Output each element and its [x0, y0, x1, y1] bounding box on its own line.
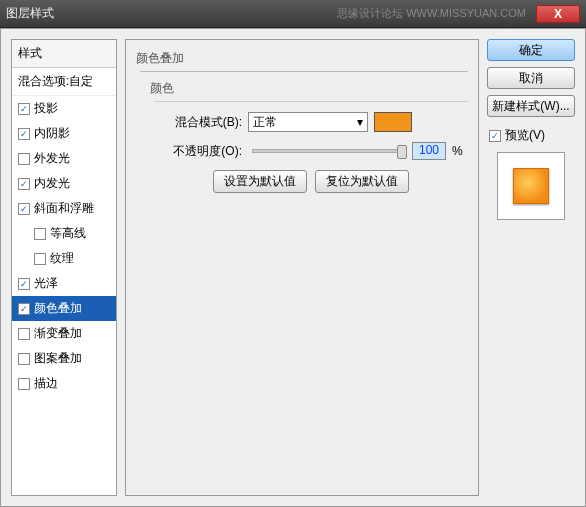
style-checkbox[interactable] [18, 378, 30, 390]
watermark-text: 思缘设计论坛 WWW.MISSYUAN.COM [337, 6, 526, 21]
action-panel: 确定 取消 新建样式(W)... 预览(V) [487, 39, 575, 496]
preview-checkbox[interactable] [489, 130, 501, 142]
style-list: 投影内阴影外发光内发光斜面和浮雕等高线纹理光泽颜色叠加渐变叠加图案叠加描边 [12, 96, 116, 495]
color-group: 混合模式(B): 正常 ▾ 不透明度(O): 100 % 设置为默认值 复位为默… [154, 101, 468, 193]
style-item-6[interactable]: 纹理 [12, 246, 116, 271]
style-label: 内阴影 [34, 125, 70, 142]
style-label: 描边 [34, 375, 58, 392]
group-title: 颜色叠加 [136, 50, 468, 67]
new-style-button[interactable]: 新建样式(W)... [487, 95, 575, 117]
style-checkbox[interactable] [34, 253, 46, 265]
styles-header[interactable]: 样式 [12, 40, 116, 68]
chevron-down-icon: ▾ [357, 115, 363, 129]
style-item-4[interactable]: 斜面和浮雕 [12, 196, 116, 221]
style-label: 内发光 [34, 175, 70, 192]
style-item-9[interactable]: 渐变叠加 [12, 321, 116, 346]
dialog-body: 样式 混合选项:自定 投影内阴影外发光内发光斜面和浮雕等高线纹理光泽颜色叠加渐变… [0, 28, 586, 507]
close-button[interactable]: X [536, 5, 580, 23]
opacity-row: 不透明度(O): 100 % [154, 142, 468, 160]
blend-mode-value: 正常 [253, 114, 277, 131]
style-checkbox[interactable] [18, 328, 30, 340]
blend-mode-row: 混合模式(B): 正常 ▾ [154, 112, 468, 132]
style-item-0[interactable]: 投影 [12, 96, 116, 121]
color-overlay-group: 颜色 混合模式(B): 正常 ▾ 不透明度(O): 100 % 设置为默认值 复… [140, 71, 468, 193]
opacity-unit: % [452, 144, 463, 158]
close-icon: X [554, 7, 562, 21]
set-default-button[interactable]: 设置为默认值 [213, 170, 307, 193]
style-item-2[interactable]: 外发光 [12, 146, 116, 171]
style-label: 纹理 [50, 250, 74, 267]
color-swatch[interactable] [374, 112, 412, 132]
opacity-input[interactable]: 100 [412, 142, 446, 160]
style-item-1[interactable]: 内阴影 [12, 121, 116, 146]
preview-toggle-row: 预览(V) [487, 127, 575, 144]
style-checkbox[interactable] [18, 353, 30, 365]
style-checkbox[interactable] [18, 178, 30, 190]
sub-group-title: 颜色 [150, 80, 468, 97]
preview-label: 预览(V) [505, 127, 545, 144]
opacity-slider[interactable] [252, 149, 402, 153]
style-label: 等高线 [50, 225, 86, 242]
opacity-label: 不透明度(O): [164, 143, 242, 160]
style-label: 斜面和浮雕 [34, 200, 94, 217]
default-buttons-row: 设置为默认值 复位为默认值 [154, 170, 468, 193]
style-label: 图案叠加 [34, 350, 82, 367]
style-checkbox[interactable] [18, 153, 30, 165]
style-checkbox[interactable] [18, 303, 30, 315]
style-label: 渐变叠加 [34, 325, 82, 342]
styles-panel: 样式 混合选项:自定 投影内阴影外发光内发光斜面和浮雕等高线纹理光泽颜色叠加渐变… [11, 39, 117, 496]
style-item-7[interactable]: 光泽 [12, 271, 116, 296]
style-label: 投影 [34, 100, 58, 117]
style-checkbox[interactable] [18, 103, 30, 115]
preview-box [497, 152, 565, 220]
style-checkbox[interactable] [18, 203, 30, 215]
blend-mode-label: 混合模式(B): [164, 114, 242, 131]
ok-button[interactable]: 确定 [487, 39, 575, 61]
style-item-5[interactable]: 等高线 [12, 221, 116, 246]
style-label: 颜色叠加 [34, 300, 82, 317]
cancel-button[interactable]: 取消 [487, 67, 575, 89]
blend-options-item[interactable]: 混合选项:自定 [12, 68, 116, 96]
style-label: 光泽 [34, 275, 58, 292]
style-checkbox[interactable] [18, 128, 30, 140]
style-item-3[interactable]: 内发光 [12, 171, 116, 196]
style-label: 外发光 [34, 150, 70, 167]
title-bar: 图层样式 思缘设计论坛 WWW.MISSYUAN.COM X [0, 0, 586, 28]
slider-thumb[interactable] [397, 145, 407, 159]
style-item-8[interactable]: 颜色叠加 [12, 296, 116, 321]
style-checkbox[interactable] [18, 278, 30, 290]
preview-swatch [513, 168, 549, 204]
settings-panel: 颜色叠加 颜色 混合模式(B): 正常 ▾ 不透明度(O): 100 % 设置为… [125, 39, 479, 496]
style-checkbox[interactable] [34, 228, 46, 240]
style-item-11[interactable]: 描边 [12, 371, 116, 396]
style-item-10[interactable]: 图案叠加 [12, 346, 116, 371]
blend-mode-select[interactable]: 正常 ▾ [248, 112, 368, 132]
window-title: 图层样式 [6, 5, 337, 22]
reset-default-button[interactable]: 复位为默认值 [315, 170, 409, 193]
